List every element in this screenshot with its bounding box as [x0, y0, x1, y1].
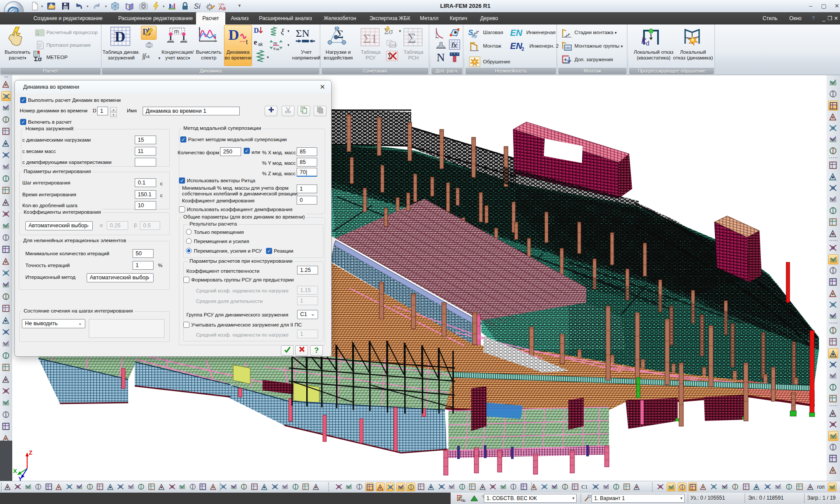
- svg-text:D: D: [254, 27, 259, 34]
- svg-text:№: №: [461, 498, 466, 503]
- svg-text:Z: Z: [29, 449, 32, 456]
- svg-text:Σ: Σ: [337, 28, 343, 41]
- svg-text:Σσ: Σσ: [34, 56, 42, 63]
- svg-text:Σ: Σ: [408, 30, 416, 46]
- svg-text:m: m: [174, 28, 179, 35]
- svg-text:ak: ak: [276, 48, 280, 51]
- svg-text:D: D: [115, 28, 126, 45]
- svg-text:N: N: [437, 52, 445, 64]
- svg-text:EN: EN: [510, 41, 522, 51]
- svg-text:X: X: [13, 468, 17, 474]
- svg-text:fx: fx: [452, 42, 457, 49]
- svg-text:D: D: [228, 27, 239, 43]
- svg-text:tep: tep: [472, 34, 477, 38]
- svg-text:t: t: [246, 38, 248, 45]
- svg-text:EN: EN: [510, 28, 522, 38]
- svg-text:e: e: [254, 38, 257, 46]
- svg-text:d: d: [646, 39, 649, 47]
- svg-text:Y: Y: [18, 476, 22, 481]
- svg-text:2: 2: [522, 46, 524, 52]
- svg-text:ξ: ξ: [281, 28, 284, 36]
- svg-text:+: +: [564, 57, 567, 63]
- svg-text:e: e: [273, 46, 276, 51]
- svg-text:Si: Si: [194, 2, 201, 10]
- svg-text:ak: ak: [258, 42, 263, 47]
- svg-text:Aa: Aa: [219, 5, 226, 10]
- svg-text:Σ1: Σ1: [363, 31, 377, 45]
- svg-text:ΣN: ΣN: [296, 28, 309, 39]
- svg-text:ΣnΣn: ΣnΣn: [390, 43, 397, 47]
